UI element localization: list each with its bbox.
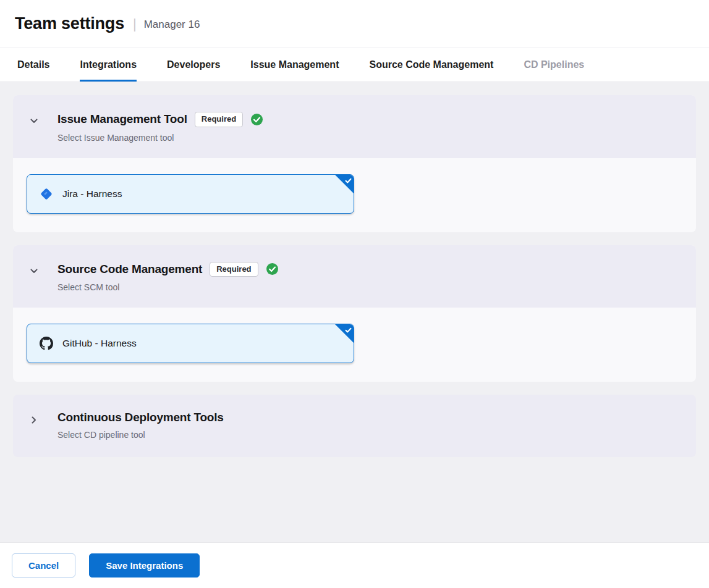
tab-details[interactable]: Details — [17, 48, 49, 82]
page-header: Team settings | Manager 16 — [0, 0, 709, 48]
tab-cd-pipelines[interactable]: CD Pipelines — [524, 48, 584, 82]
section-title: Source Code Management — [57, 262, 202, 276]
tab-issue-management[interactable]: Issue Management — [250, 48, 339, 82]
section-title: Continuous Deployment Tools — [57, 411, 224, 424]
tab-source-code-management[interactable]: Source Code Management — [369, 48, 493, 82]
corner-check-icon — [344, 326, 352, 334]
save-integrations-button[interactable]: Save Integrations — [89, 553, 200, 578]
chevron-down-icon[interactable] — [29, 116, 39, 126]
section-header-text: Source Code Management Required Select S… — [57, 262, 279, 293]
tool-tile-jira[interactable]: Jira - Harness — [27, 174, 354, 214]
content-area: Issue Management Tool Required Select Is… — [0, 82, 709, 542]
required-badge: Required — [210, 262, 258, 277]
section-header-text: Continuous Deployment Tools Select CD pi… — [57, 411, 224, 440]
section-issue-management-tool: Issue Management Tool Required Select Is… — [13, 95, 696, 232]
chevron-right-icon[interactable] — [29, 415, 39, 425]
corner-check-icon — [344, 176, 352, 184]
section-continuous-deployment-tools: Continuous Deployment Tools Select CD pi… — [13, 395, 696, 457]
tab-integrations[interactable]: Integrations — [80, 48, 137, 82]
tool-tile-label: Jira - Harness — [62, 188, 122, 200]
github-icon — [40, 337, 53, 350]
check-circle-icon — [266, 262, 279, 275]
tab-developers[interactable]: Developers — [167, 48, 220, 82]
header-subtitle: Manager 16 — [144, 17, 200, 31]
section-body: GitHub - Harness — [13, 308, 696, 382]
tab-bar: Details Integrations Developers Issue Ma… — [0, 48, 709, 82]
section-title: Issue Management Tool — [57, 112, 187, 126]
section-header: Source Code Management Required Select S… — [13, 245, 696, 308]
page: Team settings | Manager 16 Details Integ… — [0, 0, 709, 588]
header-divider: | — [133, 16, 137, 32]
check-circle-icon — [250, 113, 263, 126]
tool-tile-github[interactable]: GitHub - Harness — [27, 324, 354, 363]
chevron-down-icon[interactable] — [29, 266, 39, 276]
section-subtitle: Select SCM tool — [57, 282, 279, 292]
page-title: Team settings — [15, 14, 124, 33]
required-badge: Required — [195, 112, 243, 127]
section-source-code-management: Source Code Management Required Select S… — [13, 245, 696, 382]
cancel-button[interactable]: Cancel — [12, 553, 75, 578]
section-header: Issue Management Tool Required Select Is… — [13, 95, 696, 158]
section-subtitle: Select CD pipeline tool — [57, 430, 224, 440]
section-header: Continuous Deployment Tools Select CD pi… — [13, 395, 696, 457]
tool-tile-label: GitHub - Harness — [62, 338, 137, 349]
footer-actions: Cancel Save Integrations — [0, 542, 709, 588]
section-body: Jira - Harness — [13, 158, 696, 232]
section-subtitle: Select Issue Management tool — [57, 133, 263, 143]
jira-icon — [40, 187, 53, 201]
section-header-text: Issue Management Tool Required Select Is… — [57, 112, 263, 143]
